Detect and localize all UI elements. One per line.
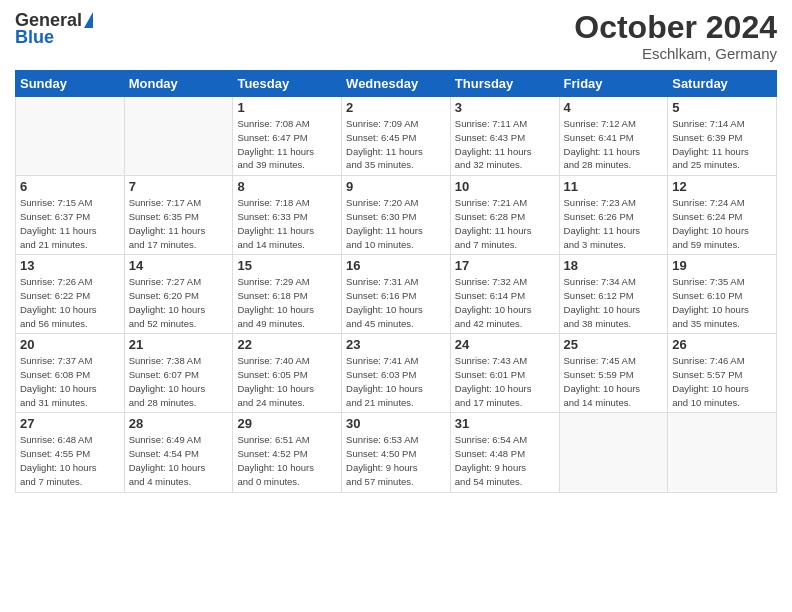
- day-number: 7: [129, 179, 229, 194]
- calendar-cell: 20Sunrise: 7:37 AMSunset: 6:08 PMDayligh…: [16, 334, 125, 413]
- day-info: Sunrise: 7:20 AMSunset: 6:30 PMDaylight:…: [346, 196, 446, 251]
- day-info: Sunrise: 7:34 AMSunset: 6:12 PMDaylight:…: [564, 275, 664, 330]
- calendar-cell: 13Sunrise: 7:26 AMSunset: 6:22 PMDayligh…: [16, 255, 125, 334]
- day-number: 13: [20, 258, 120, 273]
- calendar-cell: 26Sunrise: 7:46 AMSunset: 5:57 PMDayligh…: [668, 334, 777, 413]
- calendar-cell: 11Sunrise: 7:23 AMSunset: 6:26 PMDayligh…: [559, 176, 668, 255]
- weekday-header-row: SundayMondayTuesdayWednesdayThursdayFrid…: [16, 71, 777, 97]
- logo-triangle-icon: [84, 12, 93, 28]
- day-info: Sunrise: 7:08 AMSunset: 6:47 PMDaylight:…: [237, 117, 337, 172]
- calendar-cell: 3Sunrise: 7:11 AMSunset: 6:43 PMDaylight…: [450, 97, 559, 176]
- calendar-week-row: 13Sunrise: 7:26 AMSunset: 6:22 PMDayligh…: [16, 255, 777, 334]
- day-number: 8: [237, 179, 337, 194]
- day-info: Sunrise: 7:38 AMSunset: 6:07 PMDaylight:…: [129, 354, 229, 409]
- calendar-cell: 28Sunrise: 6:49 AMSunset: 4:54 PMDayligh…: [124, 413, 233, 492]
- calendar-cell: 15Sunrise: 7:29 AMSunset: 6:18 PMDayligh…: [233, 255, 342, 334]
- day-number: 16: [346, 258, 446, 273]
- location: Eschlkam, Germany: [574, 45, 777, 62]
- day-info: Sunrise: 7:32 AMSunset: 6:14 PMDaylight:…: [455, 275, 555, 330]
- calendar-cell: 19Sunrise: 7:35 AMSunset: 6:10 PMDayligh…: [668, 255, 777, 334]
- day-number: 26: [672, 337, 772, 352]
- day-info: Sunrise: 7:31 AMSunset: 6:16 PMDaylight:…: [346, 275, 446, 330]
- day-number: 20: [20, 337, 120, 352]
- day-info: Sunrise: 7:46 AMSunset: 5:57 PMDaylight:…: [672, 354, 772, 409]
- weekday-header-tuesday: Tuesday: [233, 71, 342, 97]
- weekday-header-sunday: Sunday: [16, 71, 125, 97]
- calendar-cell: 18Sunrise: 7:34 AMSunset: 6:12 PMDayligh…: [559, 255, 668, 334]
- day-number: 11: [564, 179, 664, 194]
- day-number: 18: [564, 258, 664, 273]
- calendar-cell: 16Sunrise: 7:31 AMSunset: 6:16 PMDayligh…: [342, 255, 451, 334]
- day-info: Sunrise: 7:17 AMSunset: 6:35 PMDaylight:…: [129, 196, 229, 251]
- calendar-cell: 10Sunrise: 7:21 AMSunset: 6:28 PMDayligh…: [450, 176, 559, 255]
- calendar-cell: 2Sunrise: 7:09 AMSunset: 6:45 PMDaylight…: [342, 97, 451, 176]
- weekday-header-thursday: Thursday: [450, 71, 559, 97]
- calendar-cell: 12Sunrise: 7:24 AMSunset: 6:24 PMDayligh…: [668, 176, 777, 255]
- day-info: Sunrise: 6:48 AMSunset: 4:55 PMDaylight:…: [20, 433, 120, 488]
- day-number: 27: [20, 416, 120, 431]
- calendar-cell: 23Sunrise: 7:41 AMSunset: 6:03 PMDayligh…: [342, 334, 451, 413]
- day-info: Sunrise: 7:37 AMSunset: 6:08 PMDaylight:…: [20, 354, 120, 409]
- calendar-cell: 22Sunrise: 7:40 AMSunset: 6:05 PMDayligh…: [233, 334, 342, 413]
- calendar-cell: [124, 97, 233, 176]
- day-number: 17: [455, 258, 555, 273]
- day-info: Sunrise: 6:49 AMSunset: 4:54 PMDaylight:…: [129, 433, 229, 488]
- calendar-cell: 17Sunrise: 7:32 AMSunset: 6:14 PMDayligh…: [450, 255, 559, 334]
- calendar-cell: 5Sunrise: 7:14 AMSunset: 6:39 PMDaylight…: [668, 97, 777, 176]
- header: General Blue October 2024 Eschlkam, Germ…: [15, 10, 777, 62]
- day-number: 1: [237, 100, 337, 115]
- day-info: Sunrise: 6:54 AMSunset: 4:48 PMDaylight:…: [455, 433, 555, 488]
- calendar-cell: 31Sunrise: 6:54 AMSunset: 4:48 PMDayligh…: [450, 413, 559, 492]
- day-number: 23: [346, 337, 446, 352]
- calendar-cell: 7Sunrise: 7:17 AMSunset: 6:35 PMDaylight…: [124, 176, 233, 255]
- day-info: Sunrise: 6:51 AMSunset: 4:52 PMDaylight:…: [237, 433, 337, 488]
- calendar-cell: 25Sunrise: 7:45 AMSunset: 5:59 PMDayligh…: [559, 334, 668, 413]
- calendar-cell: 4Sunrise: 7:12 AMSunset: 6:41 PMDaylight…: [559, 97, 668, 176]
- calendar-cell: 8Sunrise: 7:18 AMSunset: 6:33 PMDaylight…: [233, 176, 342, 255]
- page: General Blue October 2024 Eschlkam, Germ…: [0, 0, 792, 612]
- weekday-header-friday: Friday: [559, 71, 668, 97]
- day-info: Sunrise: 7:24 AMSunset: 6:24 PMDaylight:…: [672, 196, 772, 251]
- calendar-cell: 21Sunrise: 7:38 AMSunset: 6:07 PMDayligh…: [124, 334, 233, 413]
- weekday-header-monday: Monday: [124, 71, 233, 97]
- day-number: 12: [672, 179, 772, 194]
- calendar-week-row: 6Sunrise: 7:15 AMSunset: 6:37 PMDaylight…: [16, 176, 777, 255]
- day-info: Sunrise: 6:53 AMSunset: 4:50 PMDaylight:…: [346, 433, 446, 488]
- day-info: Sunrise: 7:21 AMSunset: 6:28 PMDaylight:…: [455, 196, 555, 251]
- calendar-cell: 14Sunrise: 7:27 AMSunset: 6:20 PMDayligh…: [124, 255, 233, 334]
- calendar-cell: 1Sunrise: 7:08 AMSunset: 6:47 PMDaylight…: [233, 97, 342, 176]
- day-info: Sunrise: 7:15 AMSunset: 6:37 PMDaylight:…: [20, 196, 120, 251]
- calendar-cell: 29Sunrise: 6:51 AMSunset: 4:52 PMDayligh…: [233, 413, 342, 492]
- month-title: October 2024: [574, 10, 777, 45]
- day-info: Sunrise: 7:43 AMSunset: 6:01 PMDaylight:…: [455, 354, 555, 409]
- day-info: Sunrise: 7:35 AMSunset: 6:10 PMDaylight:…: [672, 275, 772, 330]
- calendar-cell: 9Sunrise: 7:20 AMSunset: 6:30 PMDaylight…: [342, 176, 451, 255]
- day-info: Sunrise: 7:40 AMSunset: 6:05 PMDaylight:…: [237, 354, 337, 409]
- day-number: 28: [129, 416, 229, 431]
- day-info: Sunrise: 7:11 AMSunset: 6:43 PMDaylight:…: [455, 117, 555, 172]
- calendar-cell: 30Sunrise: 6:53 AMSunset: 4:50 PMDayligh…: [342, 413, 451, 492]
- day-info: Sunrise: 7:09 AMSunset: 6:45 PMDaylight:…: [346, 117, 446, 172]
- day-info: Sunrise: 7:26 AMSunset: 6:22 PMDaylight:…: [20, 275, 120, 330]
- day-number: 29: [237, 416, 337, 431]
- day-info: Sunrise: 7:23 AMSunset: 6:26 PMDaylight:…: [564, 196, 664, 251]
- day-number: 15: [237, 258, 337, 273]
- calendar: SundayMondayTuesdayWednesdayThursdayFrid…: [15, 70, 777, 492]
- day-info: Sunrise: 7:29 AMSunset: 6:18 PMDaylight:…: [237, 275, 337, 330]
- day-number: 6: [20, 179, 120, 194]
- calendar-week-row: 27Sunrise: 6:48 AMSunset: 4:55 PMDayligh…: [16, 413, 777, 492]
- day-number: 31: [455, 416, 555, 431]
- calendar-cell: 6Sunrise: 7:15 AMSunset: 6:37 PMDaylight…: [16, 176, 125, 255]
- weekday-header-wednesday: Wednesday: [342, 71, 451, 97]
- day-number: 19: [672, 258, 772, 273]
- title-block: October 2024 Eschlkam, Germany: [574, 10, 777, 62]
- weekday-header-saturday: Saturday: [668, 71, 777, 97]
- day-info: Sunrise: 7:12 AMSunset: 6:41 PMDaylight:…: [564, 117, 664, 172]
- day-number: 3: [455, 100, 555, 115]
- logo-blue-text: Blue: [15, 27, 54, 48]
- day-number: 21: [129, 337, 229, 352]
- calendar-week-row: 20Sunrise: 7:37 AMSunset: 6:08 PMDayligh…: [16, 334, 777, 413]
- calendar-cell: [559, 413, 668, 492]
- day-number: 9: [346, 179, 446, 194]
- logo: General Blue: [15, 10, 93, 48]
